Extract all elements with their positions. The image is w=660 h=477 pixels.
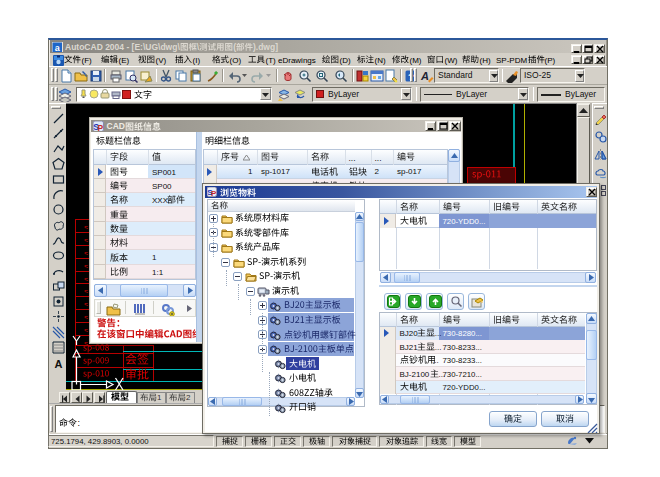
svg-text:A: A [54,358,62,370]
svg-text:P: P [97,122,103,131]
svg-text:P: P [211,189,217,197]
svg-text:A: A [420,70,429,82]
